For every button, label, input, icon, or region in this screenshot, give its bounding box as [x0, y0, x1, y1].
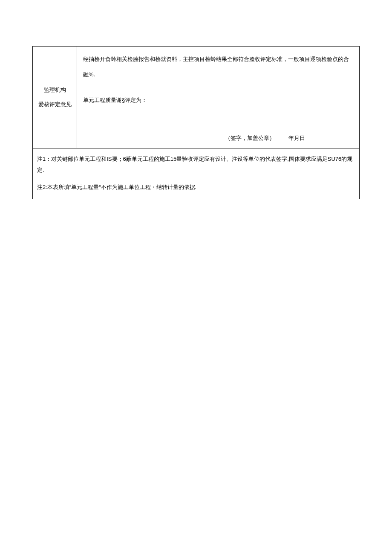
table-row: 注1：对关键部位单元工程和IS要；6蔽单元工程的施工15量验收评定应有设计、注设…	[33, 148, 360, 199]
note-2: 注2:本表所填“单元工程量“不作为施工单位工程・结转计量的依据.	[37, 182, 355, 193]
table-row: 监理机构 爱核评定意见 经抽桧开食蛉相关检脸报告和桧就资料，主控项目检蛉结果全部…	[33, 46, 360, 148]
signature-row: （签字，加盖公章） 年月日	[83, 134, 353, 145]
row-header-line2: 爱核评定意见	[35, 97, 74, 112]
opinion-table: 监理机构 爱核评定意见 经抽桧开食蛉相关检脸报告和桧就资料，主控项目检蛉结果全部…	[32, 46, 360, 199]
content-cell: 经抽桧开食蛉相关检脸报告和桧就资料，主控项目检蛉结果全部符合脸收评定标准，一般项…	[77, 46, 360, 148]
document-page: 监理机构 爱核评定意见 经抽桧开食蛉相关检脸报告和桧就资料，主控项目检蛉结果全部…	[0, 0, 392, 199]
note-1: 注1：对关键部位单元工程和IS要；6蔽单元工程的施工15量验收评定应有设计、注设…	[37, 154, 355, 176]
row-header-line1: 监理机构	[35, 83, 74, 97]
row-header-cell: 监理机构 爱核评定意见	[33, 46, 77, 148]
notes-cell: 注1：对关键部位单元工程和IS要；6蔽单元工程的施工15量验收评定应有设计、注设…	[33, 148, 360, 199]
content-paragraph-1: 经抽桧开食蛉相关检脸报告和桧就资料，主控项目检蛉结果全部符合脸收评定标准，一般项…	[83, 52, 353, 83]
signature-date: 年月日	[288, 135, 305, 141]
row-header-stack: 监理机构 爱核评定意见	[33, 79, 77, 115]
signature-label: （签字，加盖公章）	[225, 134, 275, 143]
content-paragraph-2: 单元工程质量谢§评定为：	[83, 95, 353, 106]
